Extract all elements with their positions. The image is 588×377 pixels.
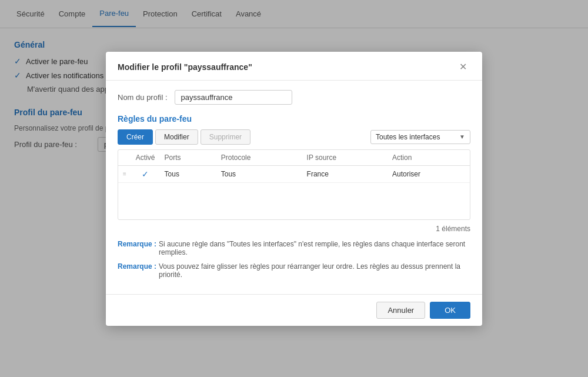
modal-cancel-button[interactable]: Annuler xyxy=(376,302,425,319)
modal-close-button[interactable]: ✕ xyxy=(456,61,470,73)
rules-toolbar-left: Créer Modifier Supprimer xyxy=(118,129,250,145)
remark-2-label: Remarque : xyxy=(118,262,156,279)
modal-dialog: Modifier le profil "payssauffrance" ✕ No… xyxy=(106,52,482,326)
modal-ok-button[interactable]: OK xyxy=(430,302,470,319)
remark-1: Remarque : Si aucune règle dans "Toutes … xyxy=(118,240,470,256)
interface-dropdown[interactable]: Toutes les interfaces ▼ xyxy=(370,130,470,144)
remark-2-text: Vous pouvez faire glisser les règles pou… xyxy=(159,262,470,279)
modal-header: Modifier le profil "payssauffrance" ✕ xyxy=(106,52,482,81)
btn-delete[interactable]: Supprimer xyxy=(201,129,250,145)
modal-rules-title: Règles du pare-feu xyxy=(118,114,470,124)
modal-overlay: Modifier le profil "payssauffrance" ✕ No… xyxy=(0,0,588,377)
row-ports: Tous xyxy=(160,165,216,182)
remark-1-text: Si aucune règle dans "Toutes les interfa… xyxy=(159,240,470,256)
col-protocole-header: Protocole xyxy=(216,150,302,166)
col-action-header: Action xyxy=(387,150,470,166)
row-action: Autoriser xyxy=(387,165,470,182)
interface-dropdown-label: Toutes les interfaces xyxy=(376,133,440,141)
col-ports-header: Ports xyxy=(160,150,216,166)
row-protocole: Tous xyxy=(216,165,302,182)
col-ip-source-header: IP source xyxy=(302,150,387,166)
col-activated-header: Activé xyxy=(131,150,160,166)
rules-toolbar: Créer Modifier Supprimer Toutes les inte… xyxy=(118,129,470,145)
modal-profile-name-label: Nom du profil : xyxy=(118,93,168,102)
btn-modify[interactable]: Modifier xyxy=(155,129,198,145)
row-activated: ✓ xyxy=(131,165,160,182)
table-header-row: Activé Ports Protocole IP source Action xyxy=(118,150,470,166)
chevron-down-icon: ▼ xyxy=(459,134,465,140)
rules-table-wrapper: Activé Ports Protocole IP source Action … xyxy=(118,149,470,220)
modal-profile-name-row: Nom du profil : xyxy=(118,90,470,105)
modal-title: Modifier le profil "payssauffrance" xyxy=(118,62,252,72)
elements-count: 1 éléments xyxy=(118,225,470,233)
modal-footer: Annuler OK xyxy=(106,294,482,326)
remark-2: Remarque : Vous pouvez faire glisser les… xyxy=(118,262,470,279)
modal-body: Nom du profil : Règles du pare-feu Créer… xyxy=(106,81,482,294)
rules-table: Activé Ports Protocole IP source Action … xyxy=(118,150,470,183)
remark-1-label: Remarque : xyxy=(118,240,156,256)
btn-create[interactable]: Créer xyxy=(118,129,153,145)
modal-profile-name-input[interactable] xyxy=(175,90,292,105)
activated-check-icon: ✓ xyxy=(142,169,149,179)
col-drag xyxy=(118,150,131,166)
drag-handle: ≡ xyxy=(118,165,131,182)
row-ip-source: France xyxy=(302,165,387,182)
table-row[interactable]: ≡ ✓ Tous Tous France Autoriser xyxy=(118,165,470,182)
